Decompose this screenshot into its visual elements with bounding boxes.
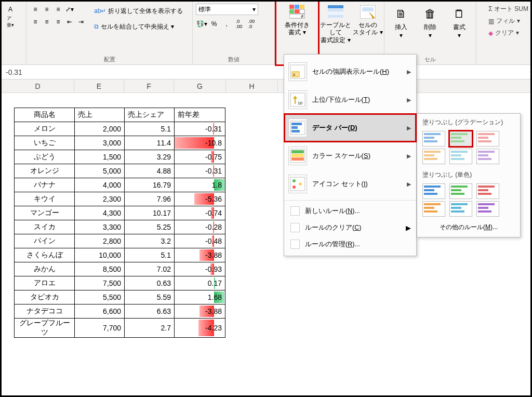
merge-icon: ⧉ [94, 23, 99, 30]
gradient-blue-swatch[interactable] [422, 131, 445, 147]
number-format-select[interactable]: 標準 ▾ [196, 4, 258, 15]
wrap-text-label: 折り返して全体を表示する [108, 7, 183, 16]
increase-font-icon[interactable]: A [5, 4, 16, 15]
delete-button[interactable]: 🗑 削除▾ [417, 4, 444, 48]
table-row[interactable]: さくらんぼ10,0005.1-3.88 [15, 248, 225, 262]
svg-rect-13 [362, 7, 374, 11]
fill-button[interactable]: ▥フィル ▾ [488, 17, 528, 25]
insert-button[interactable]: 🗎 挿入▾ [388, 4, 415, 48]
conditional-formatting-button[interactable]: ≠ 条件付き 書式 ▾ [276, 2, 318, 52]
table-row[interactable]: いちご3,00011.4-10.8 [15, 136, 225, 150]
alignment-group-label: 配置 [30, 55, 189, 63]
table-row[interactable]: ぶどう1,5003.29-0.75 [15, 150, 225, 164]
header-name[interactable]: 商品名 [15, 108, 75, 122]
gradient-red-swatch[interactable] [476, 131, 499, 147]
table-row[interactable]: ナタデココ6,6006.63-3.88 [15, 305, 225, 319]
column-headers: DEFGH [2, 80, 530, 93]
svg-point-29 [292, 186, 296, 189]
svg-rect-2 [300, 5, 304, 9]
column-header-E[interactable]: E [74, 80, 124, 92]
table-row[interactable]: マンゴー4,30010.17-0.74 [15, 206, 225, 220]
header-share[interactable]: 売上シェア [125, 108, 175, 122]
gradient-purple-swatch[interactable] [476, 149, 499, 164]
menu-label: セルの強調表示ルール(H) [312, 67, 389, 76]
increase-decimal-icon[interactable]: .0.00 [233, 18, 245, 30]
header-sales[interactable]: 売上 [75, 108, 125, 122]
table-row[interactable]: バナナ4,00016.791.8 [15, 178, 225, 192]
percent-format-icon[interactable]: % [208, 18, 220, 30]
menu-top-bottom-rules[interactable]: 10 上位/下位ルール(T) ▶ [284, 86, 416, 114]
table-row[interactable]: メロン2,0005.1-0.31 [15, 122, 225, 136]
accounting-format-icon[interactable]: 💱▾ [196, 18, 207, 30]
chevron-right-icon: ▶ [407, 181, 411, 188]
comma-format-icon[interactable]: , [221, 18, 232, 30]
svg-rect-4 [295, 9, 299, 14]
table-row[interactable]: パイン2,8003.2-0.48 [15, 234, 225, 248]
menu-data-bars[interactable]: データ バー(D) ▶ [284, 114, 416, 142]
format-as-table-icon [327, 4, 344, 20]
table-row[interactable]: グレープフルーツ7,7002.7-4.23 [15, 319, 225, 338]
column-header-H[interactable]: H [226, 80, 278, 92]
svg-rect-0 [289, 5, 294, 9]
align-top-icon[interactable]: ≡ [30, 4, 41, 15]
autosum-button[interactable]: Σ オート SUM [488, 5, 528, 14]
table-row[interactable]: スイカ3,3005.25-0.28 [15, 220, 225, 234]
format-as-table-button[interactable]: テーブルとして 書式設定 ▾ [320, 2, 352, 46]
indent-decrease-icon[interactable]: ⇤ [64, 16, 75, 28]
solid-lightblue-swatch[interactable] [449, 201, 472, 217]
chevron-down-icon: ▾ [252, 6, 256, 13]
solid-red-swatch[interactable] [476, 183, 499, 199]
formula-bar-value: -0.31 [6, 68, 22, 76]
table-row[interactable]: オレンジ5,0004.88-0.31 [15, 164, 225, 178]
table-row[interactable]: アロエ7,5000.630.17 [15, 276, 225, 290]
menu-manage-rules[interactable]: ルールの管理(R)... [284, 236, 416, 253]
menu-label: カラー スケール(S) [312, 151, 370, 161]
column-header-D[interactable]: D [2, 80, 74, 92]
gradient-green-swatch[interactable] [449, 131, 472, 147]
insert-label: 挿入 [395, 23, 407, 31]
svg-rect-22 [291, 130, 300, 133]
table-row[interactable]: みかん8,5007.02-0.93 [15, 262, 225, 276]
column-header-G[interactable]: G [174, 80, 226, 92]
wrap-text-button[interactable]: ab↵ 折り返して全体を表示する [92, 4, 185, 18]
solid-purple-swatch[interactable] [476, 201, 499, 217]
column-header-F[interactable]: F [124, 80, 174, 92]
align-center-icon[interactable]: ≡ [41, 16, 52, 28]
table-row[interactable]: キウイ2,3007.96-5.36 [15, 192, 225, 206]
table-row[interactable]: タピオカ5,5005.591.68 [15, 290, 225, 305]
solid-orange-swatch[interactable] [422, 201, 445, 217]
formula-bar[interactable]: -0.31 [2, 65, 530, 80]
indent-increase-icon[interactable]: ⇥ [75, 16, 87, 28]
cell-styles-icon [360, 4, 376, 20]
merge-center-button[interactable]: ⧉ セルを結合して中央揃え ▾ [92, 19, 185, 34]
menu-clear-rules[interactable]: ルールのクリア(C) ▶ [284, 219, 416, 236]
menu-color-scales[interactable]: カラー スケール(S) ▶ [284, 142, 416, 170]
clear-rules-icon [290, 223, 300, 232]
ribbon: A ア亜▾ ≡ ≡ ≡ ⤢▾ ≡ ≡ ≡ ⇤ ⇥ [2, 2, 530, 65]
font-settings-icon[interactable]: ア亜▾ [5, 16, 16, 28]
format-label: 書式 [453, 23, 466, 31]
wrap-text-icon: ab↵ [94, 7, 106, 15]
svg-rect-8 [328, 5, 343, 8]
align-right-icon[interactable]: ≡ [52, 16, 64, 28]
format-button[interactable]: 🗒 書式▾ [446, 4, 473, 48]
gradient-orange-swatch[interactable] [422, 149, 445, 164]
more-rules-link[interactable]: その他のルール(M)... [421, 218, 516, 232]
icon-sets-icon [288, 175, 307, 193]
align-bottom-icon[interactable]: ≡ [52, 4, 64, 15]
delete-label: 削除 [424, 23, 436, 31]
solid-green-swatch[interactable] [449, 183, 472, 199]
clear-button[interactable]: ◆クリア ▾ [488, 29, 528, 37]
align-middle-icon[interactable]: ≡ [41, 4, 52, 15]
cell-styles-button[interactable]: セルの スタイル ▾ [352, 2, 384, 46]
header-diff[interactable]: 前年差 [175, 108, 225, 122]
menu-icon-sets[interactable]: アイコン セット(I) ▶ [284, 170, 416, 198]
menu-highlight-cells-rules[interactable]: ≥ セルの強調表示ルール(H) ▶ [284, 58, 416, 86]
solid-blue-swatch[interactable] [422, 183, 445, 199]
menu-new-rule[interactable]: 新しいルール(N)... [284, 203, 416, 219]
orientation-icon[interactable]: ⤢▾ [64, 4, 75, 15]
gradient-lightblue-swatch[interactable] [449, 149, 472, 164]
svg-rect-21 [291, 126, 298, 129]
align-left-icon[interactable]: ≡ [30, 16, 41, 28]
decrease-decimal-icon[interactable]: .00.0 [246, 18, 257, 30]
